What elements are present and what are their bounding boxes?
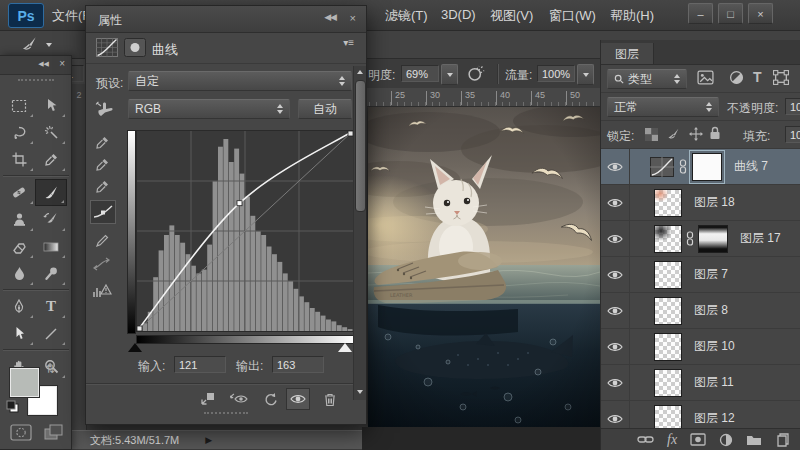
white-point-eyedropper-icon[interactable] <box>92 176 112 196</box>
close-panel-icon[interactable]: × <box>59 58 65 69</box>
input-value[interactable]: 121 <box>174 356 226 373</box>
collapse-panel-icon[interactable]: ◀◀ <box>324 12 336 22</box>
layer-fill-value[interactable]: 100 <box>785 126 800 143</box>
toolbox-grip[interactable] <box>18 79 54 84</box>
lock-position-icon[interactable] <box>689 127 703 141</box>
visibility-eye-icon[interactable] <box>601 293 630 328</box>
tool-rectangular-marquee[interactable] <box>3 92 35 119</box>
targeted-adjustment-icon[interactable] <box>94 100 116 120</box>
layer-row-18[interactable]: 图层 18 <box>601 185 800 221</box>
foreground-color-swatch[interactable] <box>10 368 39 397</box>
tool-crop[interactable] <box>3 146 35 173</box>
tool-history-brush[interactable] <box>35 206 67 233</box>
link-layers-icon[interactable] <box>637 434 654 445</box>
visibility-eye-icon[interactable] <box>601 221 630 256</box>
quick-mask-button[interactable] <box>8 422 34 442</box>
screen-mode-button[interactable] <box>40 422 66 442</box>
tool-eyedropper[interactable] <box>35 146 67 173</box>
draw-curve-pencil-icon[interactable] <box>92 230 112 250</box>
layer-name[interactable]: 图层 8 <box>694 302 728 319</box>
layer-name[interactable]: 图层 17 <box>740 230 781 247</box>
status-menu-arrow[interactable]: ▶ <box>205 435 212 445</box>
layer-row-17[interactable]: 图层 17 <box>601 221 800 257</box>
panel-resize-grip[interactable] <box>204 412 248 417</box>
tool-dodge[interactable] <box>35 260 67 287</box>
canvas-image[interactable]: LEATHER <box>368 107 600 427</box>
view-previous-state-icon[interactable] <box>228 388 252 410</box>
collapse-panel-icon[interactable]: ◀◀ <box>38 60 49 68</box>
tab-properties[interactable]: 属性 <box>98 12 122 29</box>
tool-line[interactable] <box>35 320 67 347</box>
layer-name[interactable]: 图层 12 <box>694 410 735 427</box>
visibility-eye-icon[interactable] <box>601 149 630 184</box>
tool-clone-stamp[interactable] <box>3 206 35 233</box>
layer-name[interactable]: 图层 10 <box>694 338 735 355</box>
mask-link-icon[interactable] <box>686 231 694 246</box>
tool-brush[interactable] <box>35 179 67 206</box>
visibility-eye-icon[interactable] <box>601 185 630 220</box>
tab-layers[interactable]: 图层 <box>601 43 654 64</box>
toggle-visibility-eye-icon[interactable] <box>286 388 310 410</box>
minimize-button[interactable]: – <box>688 3 713 24</box>
layer-name[interactable]: 图层 7 <box>694 266 728 283</box>
curves-graph[interactable] <box>136 130 354 332</box>
lock-all-icon[interactable] <box>709 126 721 140</box>
smooth-curve-icon[interactable] <box>92 254 112 274</box>
visibility-eye-icon[interactable] <box>601 257 630 292</box>
tool-path-selection[interactable] <box>3 320 35 347</box>
tool-move[interactable] <box>35 92 67 119</box>
menu-filter[interactable]: 滤镜(T) <box>385 7 428 25</box>
tool-healing-brush[interactable] <box>3 179 35 206</box>
filter-pixel-layers-icon[interactable] <box>697 70 714 85</box>
layer-mask-thumbnail[interactable] <box>692 153 722 181</box>
mask-badge-icon[interactable] <box>124 38 146 57</box>
layer-thumbnail[interactable] <box>654 369 682 397</box>
layer-row-7[interactable]: 图层 7 <box>601 257 800 293</box>
opacity-value[interactable]: 69% <box>401 65 439 82</box>
layer-row-11[interactable]: 图层 11 <box>601 365 800 401</box>
airbrush-icon[interactable] <box>466 63 486 83</box>
default-colors-icon[interactable] <box>6 400 20 414</box>
close-panel-icon[interactable]: × <box>350 12 356 24</box>
add-layer-mask-icon[interactable] <box>690 433 706 446</box>
tool-pen[interactable] <box>3 293 35 320</box>
layer-mask-thumbnail[interactable] <box>698 225 728 253</box>
layer-filter-dropdown[interactable]: 类型 <box>607 69 687 89</box>
close-button[interactable]: × <box>748 3 773 24</box>
swap-colors-icon[interactable]: ⇄ <box>44 364 57 373</box>
properties-scrollbar[interactable] <box>353 66 366 400</box>
brush-preset-dropdown-arrow[interactable] <box>46 43 52 47</box>
visibility-eye-icon[interactable] <box>601 365 630 400</box>
maximize-button[interactable]: □ <box>718 3 743 24</box>
flow-dropdown-button[interactable] <box>577 64 594 85</box>
opacity-dropdown-button[interactable] <box>441 64 458 85</box>
blend-mode-dropdown[interactable]: 正常 <box>607 97 719 117</box>
filter-adjustment-layers-icon[interactable] <box>729 70 744 85</box>
layer-thumbnail[interactable] <box>654 189 682 217</box>
filter-shape-layers-icon[interactable] <box>773 70 789 85</box>
scroll-down-arrow[interactable] <box>357 390 363 394</box>
flow-value[interactable]: 100% <box>537 65 575 82</box>
menu-3d[interactable]: 3D(D) <box>441 7 476 22</box>
preset-dropdown[interactable]: 自定 <box>128 71 352 91</box>
filter-type-layers-icon[interactable]: T <box>753 69 762 85</box>
scrollbar-thumb[interactable] <box>355 80 366 212</box>
layer-opacity-value[interactable]: 100 <box>785 98 800 115</box>
new-group-folder-icon[interactable] <box>746 433 762 446</box>
layer-row-10[interactable]: 图层 10 <box>601 329 800 365</box>
layer-row-8[interactable]: 图层 8 <box>601 293 800 329</box>
brush-preset-icon[interactable] <box>20 35 40 53</box>
black-point-eyedropper-icon[interactable] <box>92 132 112 152</box>
tool-lasso[interactable] <box>3 119 35 146</box>
mask-link-icon[interactable] <box>679 159 687 174</box>
white-input-slider[interactable] <box>338 343 352 352</box>
new-adjustment-layer-icon[interactable] <box>719 433 733 447</box>
clip-to-layer-icon[interactable] <box>196 388 220 410</box>
tool-type[interactable]: T <box>35 293 67 320</box>
lock-transparent-pixels-icon[interactable] <box>645 128 658 141</box>
layer-name[interactable]: 曲线 7 <box>734 158 768 175</box>
scroll-up-arrow[interactable] <box>357 70 363 74</box>
black-input-slider[interactable] <box>128 343 142 352</box>
channel-dropdown[interactable]: RGB <box>128 99 290 119</box>
delete-adjustment-trash-icon[interactable] <box>318 388 342 410</box>
